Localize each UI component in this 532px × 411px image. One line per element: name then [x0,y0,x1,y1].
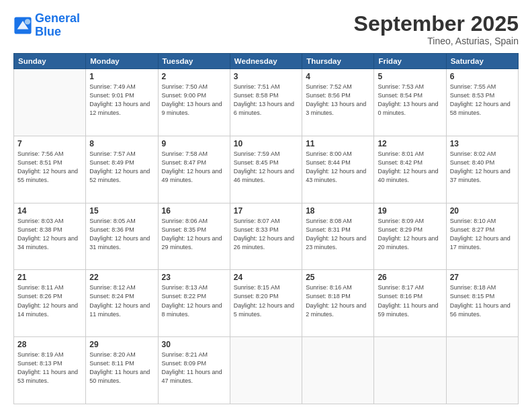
day-number: 6 [450,72,515,81]
day-number: 16 [162,206,226,216]
title-block: September 2025 Tineo, Asturias, Spain [354,12,519,46]
table-row: 2Sunrise: 7:50 AMSunset: 9:00 PMDaylight… [158,69,230,136]
day-info: Sunrise: 7:57 AMSunset: 8:49 PMDaylight:… [89,150,154,185]
table-row [230,337,302,404]
table-row: 6Sunrise: 7:55 AMSunset: 8:53 PMDaylight… [446,69,518,136]
col-saturday: Saturday [446,54,518,69]
calendar-week-row: 28Sunrise: 8:19 AMSunset: 8:13 PMDayligh… [14,337,519,404]
svg-point-2 [25,19,30,24]
day-number: 8 [89,139,154,148]
day-number: 29 [89,340,154,349]
day-info: Sunrise: 8:01 AMSunset: 8:42 PMDaylight:… [378,150,442,185]
day-info: Sunrise: 8:02 AMSunset: 8:40 PMDaylight:… [450,150,515,185]
day-number: 7 [17,139,82,148]
day-number: 26 [378,273,442,282]
table-row: 14Sunrise: 8:03 AMSunset: 8:38 PMDayligh… [14,203,86,270]
day-number: 2 [162,72,226,81]
day-number: 19 [378,206,442,216]
day-number: 24 [234,273,298,282]
day-info: Sunrise: 8:00 AMSunset: 8:44 PMDaylight:… [306,150,370,185]
month-title: September 2025 [354,12,519,36]
day-info: Sunrise: 8:05 AMSunset: 8:36 PMDaylight:… [89,217,154,252]
day-number: 4 [306,72,370,81]
table-row: 25Sunrise: 8:16 AMSunset: 8:18 PMDayligh… [302,270,374,337]
day-info: Sunrise: 8:09 AMSunset: 8:29 PMDaylight:… [378,217,442,252]
day-info: Sunrise: 8:21 AMSunset: 8:09 PMDaylight:… [162,351,226,385]
day-number: 20 [450,206,515,216]
table-row: 22Sunrise: 8:12 AMSunset: 8:24 PMDayligh… [86,270,158,337]
day-info: Sunrise: 7:50 AMSunset: 9:00 PMDaylight:… [162,83,226,118]
table-row: 10Sunrise: 7:59 AMSunset: 8:45 PMDayligh… [230,136,302,203]
table-row: 20Sunrise: 8:10 AMSunset: 8:27 PMDayligh… [446,203,518,270]
calendar-week-row: 7Sunrise: 7:56 AMSunset: 8:51 PMDaylight… [14,136,519,203]
table-row: 28Sunrise: 8:19 AMSunset: 8:13 PMDayligh… [14,337,86,404]
day-number: 17 [234,206,298,216]
day-number: 25 [306,273,370,282]
table-row: 15Sunrise: 8:05 AMSunset: 8:36 PMDayligh… [86,203,158,270]
table-row: 1Sunrise: 7:49 AMSunset: 9:01 PMDaylight… [86,69,158,136]
day-info: Sunrise: 8:03 AMSunset: 8:38 PMDaylight:… [17,217,82,252]
table-row: 24Sunrise: 8:15 AMSunset: 8:20 PMDayligh… [230,270,302,337]
table-row: 13Sunrise: 8:02 AMSunset: 8:40 PMDayligh… [446,136,518,203]
day-number: 30 [162,340,226,349]
col-thursday: Thursday [302,54,374,69]
day-number: 1 [89,72,154,81]
table-row: 3Sunrise: 7:51 AMSunset: 8:58 PMDaylight… [230,69,302,136]
day-number: 12 [378,139,442,148]
day-number: 5 [378,72,442,81]
day-number: 21 [17,273,82,282]
day-info: Sunrise: 7:51 AMSunset: 8:58 PMDaylight:… [234,83,298,118]
logo-blue: Blue [35,25,61,38]
logo-general: General [35,11,80,25]
day-number: 13 [450,139,515,148]
day-info: Sunrise: 8:12 AMSunset: 8:24 PMDaylight:… [89,283,154,318]
table-row [446,337,518,404]
day-info: Sunrise: 7:55 AMSunset: 8:53 PMDaylight:… [450,83,515,118]
table-row [302,337,374,404]
day-number: 15 [89,206,154,216]
col-wednesday: Wednesday [230,54,302,69]
table-row: 23Sunrise: 8:13 AMSunset: 8:22 PMDayligh… [158,270,230,337]
day-info: Sunrise: 8:06 AMSunset: 8:35 PMDaylight:… [162,217,226,252]
day-number: 14 [17,206,82,216]
header-row: Sunday Monday Tuesday Wednesday Thursday… [14,54,519,69]
table-row [14,69,86,136]
day-number: 3 [234,72,298,81]
table-row: 21Sunrise: 8:11 AMSunset: 8:26 PMDayligh… [14,270,86,337]
day-number: 23 [162,273,226,282]
table-row: 29Sunrise: 8:20 AMSunset: 8:11 PMDayligh… [86,337,158,404]
day-info: Sunrise: 7:58 AMSunset: 8:47 PMDaylight:… [162,150,226,185]
day-info: Sunrise: 8:13 AMSunset: 8:22 PMDaylight:… [162,283,226,318]
col-tuesday: Tuesday [158,54,230,69]
day-info: Sunrise: 8:15 AMSunset: 8:20 PMDaylight:… [234,283,298,318]
day-number: 27 [450,273,515,282]
day-info: Sunrise: 8:18 AMSunset: 8:15 PMDaylight:… [450,283,515,318]
day-info: Sunrise: 8:11 AMSunset: 8:26 PMDaylight:… [17,283,82,318]
col-monday: Monday [86,54,158,69]
table-row: 5Sunrise: 7:53 AMSunset: 8:54 PMDaylight… [374,69,446,136]
day-number: 22 [89,273,154,282]
table-row: 30Sunrise: 8:21 AMSunset: 8:09 PMDayligh… [158,337,230,404]
table-row: 16Sunrise: 8:06 AMSunset: 8:35 PMDayligh… [158,203,230,270]
day-info: Sunrise: 7:59 AMSunset: 8:45 PMDaylight:… [234,150,298,185]
calendar-table: Sunday Monday Tuesday Wednesday Thursday… [13,53,519,404]
logo-icon [13,16,32,35]
day-info: Sunrise: 7:53 AMSunset: 8:54 PMDaylight:… [378,83,442,118]
table-row: 8Sunrise: 7:57 AMSunset: 8:49 PMDaylight… [86,136,158,203]
table-row: 19Sunrise: 8:09 AMSunset: 8:29 PMDayligh… [374,203,446,270]
logo: General Blue [13,12,80,39]
table-row: 27Sunrise: 8:18 AMSunset: 8:15 PMDayligh… [446,270,518,337]
table-row: 9Sunrise: 7:58 AMSunset: 8:47 PMDaylight… [158,136,230,203]
page: General Blue September 2025 Tineo, Astur… [0,0,532,411]
day-number: 11 [306,139,370,148]
calendar-week-row: 1Sunrise: 7:49 AMSunset: 9:01 PMDaylight… [14,69,519,136]
table-row: 18Sunrise: 8:08 AMSunset: 8:31 PMDayligh… [302,203,374,270]
day-number: 9 [162,139,226,148]
table-row: 12Sunrise: 8:01 AMSunset: 8:42 PMDayligh… [374,136,446,203]
day-info: Sunrise: 8:17 AMSunset: 8:16 PMDaylight:… [378,283,442,318]
table-row: 17Sunrise: 8:07 AMSunset: 8:33 PMDayligh… [230,203,302,270]
day-info: Sunrise: 7:56 AMSunset: 8:51 PMDaylight:… [17,150,82,185]
day-info: Sunrise: 7:52 AMSunset: 8:56 PMDaylight:… [306,83,370,118]
calendar-week-row: 14Sunrise: 8:03 AMSunset: 8:38 PMDayligh… [14,203,519,270]
location-subtitle: Tineo, Asturias, Spain [354,36,519,46]
